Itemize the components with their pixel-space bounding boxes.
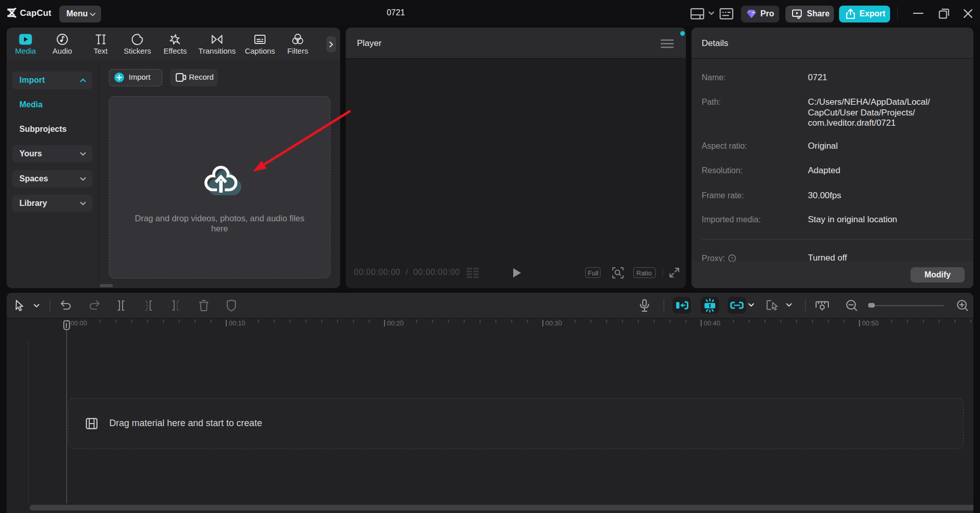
svg-text:?: ?: [731, 256, 733, 261]
